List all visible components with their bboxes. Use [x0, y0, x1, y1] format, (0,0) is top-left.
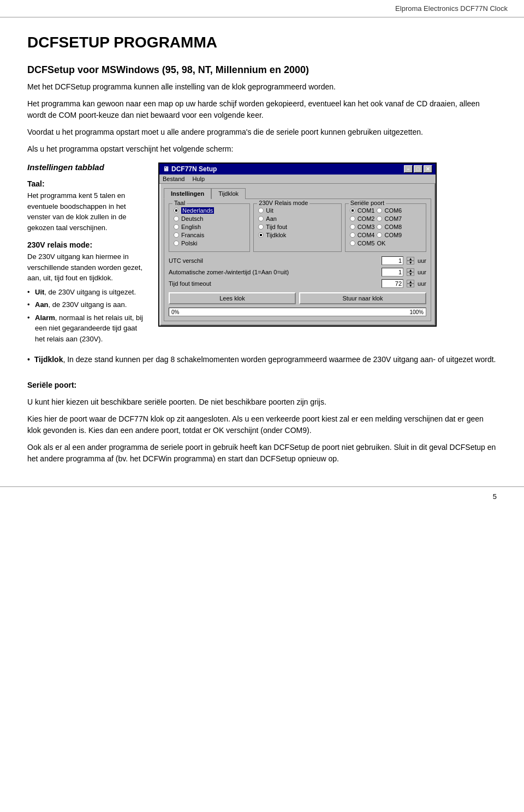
- menu-hulp[interactable]: Hulp: [192, 176, 205, 182]
- win-progress-container: 0% 100%: [169, 308, 426, 316]
- intro-para4: Als u het programma opstart verschijnt h…: [27, 143, 497, 155]
- radio-text-nederlands: Nederlands: [181, 207, 214, 214]
- field-utc-spin[interactable]: ▲ ▼: [407, 257, 414, 264]
- radio-deutsch[interactable]: Deutsch: [174, 215, 245, 222]
- bullet-uit-label: Uit: [35, 288, 44, 296]
- spin-down-auto[interactable]: ▼: [407, 272, 414, 276]
- win-tab-content: Taal Nederlands Deutsch: [164, 199, 431, 321]
- radio-circle-tijdklok: [258, 232, 264, 238]
- radio-circle-uit: [258, 208, 264, 213]
- spin-down-tijdfout[interactable]: ▼: [407, 284, 414, 287]
- maximize-button[interactable]: □: [414, 165, 422, 173]
- radio-com7[interactable]: COM7: [377, 215, 402, 222]
- menu-bestand[interactable]: Bestand: [163, 176, 184, 182]
- radio-text-com5: COM5: [358, 240, 375, 246]
- page-header: Elproma Electronics DCF77N Clock: [0, 0, 524, 17]
- sidebar-taal-text: Het programma kent 5 talen en eventuele …: [27, 190, 147, 233]
- radio-com3[interactable]: COM3: [350, 224, 375, 230]
- radio-tijdfout[interactable]: Tijd fout: [258, 224, 336, 230]
- win-titlebar: 🖥 DCF77N Setup − □ ✕: [159, 164, 436, 175]
- tijdklok-bold: Tijdklok: [34, 355, 63, 364]
- radio-com1[interactable]: COM1: [350, 207, 375, 214]
- minimize-button[interactable]: −: [404, 165, 413, 173]
- radio-text-english: English: [181, 224, 201, 230]
- seriele-text3: Ook als er al een ander programma de ser…: [27, 442, 497, 465]
- radio-text-com7: COM7: [384, 215, 402, 222]
- radio-polski[interactable]: Polski: [174, 240, 245, 246]
- radio-uit[interactable]: Uit: [258, 207, 336, 214]
- field-utc-input[interactable]: [382, 256, 403, 265]
- tijdklok-bullet: • Tijdklok, In deze stand kunnen per dag…: [27, 354, 497, 365]
- radio-com5[interactable]: COM5: [350, 240, 375, 246]
- radio-com6[interactable]: COM6: [377, 207, 402, 214]
- radio-circle-english: [174, 224, 179, 230]
- radio-circle-tijdfout: [258, 224, 264, 230]
- field-tijdfout-unit: uur: [418, 280, 426, 287]
- intro-para3: Voordat u het programma opstart moet u a…: [27, 127, 497, 138]
- radio-com9[interactable]: COM9: [377, 232, 402, 238]
- radio-circle-com6: [377, 208, 382, 213]
- lees-klok-button[interactable]: Lees klok: [169, 292, 296, 304]
- titlebar-buttons: − □ ✕: [404, 165, 432, 173]
- tab-tijdklok[interactable]: Tijdklok: [211, 188, 246, 199]
- stuur-klok-button[interactable]: Stuur naar klok: [299, 292, 426, 304]
- tab-instellingen[interactable]: Instellingen: [164, 188, 211, 199]
- field-utc-label: UTC verschil: [169, 257, 378, 264]
- sidebar-heading: Instellingen tabblad: [27, 163, 147, 172]
- field-utc-unit: uur: [418, 257, 426, 264]
- radio-circle-aan: [258, 216, 264, 221]
- radio-text-aan: Aan: [266, 215, 277, 222]
- bullet-uit: Uit, de 230V uitgang is uitgezet.: [27, 287, 147, 298]
- seriele-text1: U kunt hier kiezen uit beschikbare serië…: [27, 396, 497, 408]
- radio-text-com9: COM9: [384, 232, 402, 238]
- progress-label-right: 100%: [409, 309, 424, 315]
- field-auto-input[interactable]: [382, 268, 403, 276]
- ok-label: OK: [377, 240, 385, 246]
- radio-circle-com7: [377, 216, 382, 221]
- field-auto-label: Automatische zomer-/wintertijd (1=Aan 0=…: [169, 269, 378, 275]
- relais-group-label: 230V Relais mode: [257, 200, 309, 206]
- sidebar-relais-heading: 230V relais mode:: [27, 240, 147, 249]
- relais-group: 230V Relais mode Uit Aan: [253, 203, 341, 252]
- radio-circle-com8: [377, 224, 382, 230]
- intro-para2: Het programma kan gewoon naar een map op…: [27, 98, 497, 121]
- radio-text-tijdfout: Tijd fout: [266, 224, 287, 230]
- radio-circle-com5: [350, 240, 355, 246]
- win-action-buttons: Lees klok Stuur naar klok: [169, 292, 426, 304]
- close-button[interactable]: ✕: [424, 165, 432, 173]
- sidebar-taal-heading: Taal:: [27, 179, 147, 188]
- radio-aan[interactable]: Aan: [258, 215, 336, 222]
- win-groups-row: Taal Nederlands Deutsch: [169, 203, 426, 256]
- spin-up-utc[interactable]: ▲: [407, 257, 414, 261]
- radio-com8[interactable]: COM8: [377, 224, 402, 230]
- dialog-col: 🖥 DCF77N Setup − □ ✕ Bestand Hulp: [158, 163, 497, 346]
- field-auto-spin[interactable]: ▲ ▼: [407, 268, 414, 276]
- radio-nederlands[interactable]: Nederlands: [174, 207, 245, 214]
- radio-circle-francais: [174, 232, 179, 238]
- radio-francais[interactable]: Francais: [174, 232, 245, 238]
- radio-english[interactable]: English: [174, 224, 245, 230]
- bullet-uit-text: , de 230V uitgang is uitgezet.: [44, 288, 136, 296]
- sidebar-relais-text: De 230V uitgang kan hiermee in verschill…: [27, 251, 147, 284]
- spin-up-auto[interactable]: ▲: [407, 268, 414, 272]
- radio-com4[interactable]: COM4: [350, 232, 375, 238]
- ok-label-row: OK: [377, 240, 402, 246]
- two-col-section: Instellingen tabblad Taal: Het programma…: [27, 163, 497, 346]
- spin-up-tijdfout[interactable]: ▲: [407, 280, 414, 284]
- tijdklok-text: , In deze stand kunnen per dag 8 schakel…: [63, 355, 496, 364]
- radio-com2[interactable]: COM2: [350, 215, 375, 222]
- main-title: DCFSETUP PROGRAMMA: [27, 34, 497, 51]
- radio-text-com4: COM4: [358, 232, 375, 238]
- radio-circle-deutsch: [174, 216, 179, 221]
- intro-subtitle: DCFSetup voor MSWindows (95, 98, NT, Mil…: [27, 64, 497, 76]
- seriele-group: Seriële poort COM1: [345, 203, 426, 252]
- radio-tijdklok[interactable]: Tijdklok: [258, 232, 336, 238]
- field-tijdfout-input[interactable]: [382, 279, 403, 288]
- field-auto-unit: uur: [418, 269, 426, 275]
- radio-circle-com1: [350, 208, 355, 213]
- field-tijdfout-spin[interactable]: ▲ ▼: [407, 280, 414, 287]
- spin-down-utc[interactable]: ▼: [407, 261, 414, 264]
- field-auto: Automatische zomer-/wintertijd (1=Aan 0=…: [169, 268, 426, 276]
- dialog-title-icon: 🖥: [163, 165, 169, 173]
- radio-text-com2: COM2: [358, 215, 375, 222]
